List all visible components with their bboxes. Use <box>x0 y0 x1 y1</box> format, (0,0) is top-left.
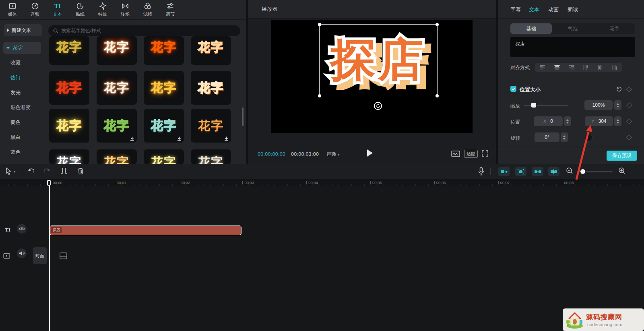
quality-dropdown[interactable]: 画质▾ <box>327 151 340 158</box>
text-content-input[interactable]: 探店 <box>510 37 635 57</box>
record-voiceover-icon[interactable] <box>478 167 484 177</box>
timeline-zoom-thumb[interactable] <box>580 169 585 174</box>
text-style-tile[interactable]: 花字 <box>144 149 184 164</box>
cover-button[interactable]: 封面 <box>33 247 47 264</box>
video-track-mute-toggle[interactable] <box>17 248 27 258</box>
align-left-icon[interactable] <box>536 63 549 72</box>
rotation-stepper[interactable] <box>561 132 568 142</box>
save-preset-button[interactable]: 保存预设 <box>607 151 637 161</box>
text-style-tile[interactable]: 花字 <box>191 71 231 105</box>
timeline-zoom-slider[interactable] <box>578 171 613 172</box>
text-style-tile[interactable]: 花字 <box>49 36 89 65</box>
keyframe-diamond-icon[interactable] <box>626 102 632 108</box>
play-button[interactable] <box>367 149 373 157</box>
align-right-icon[interactable] <box>565 63 578 72</box>
sidebar-item-lanse[interactable]: 蓝色 <box>0 146 45 158</box>
sidebar-item-shoucang[interactable]: 收藏 <box>0 57 45 69</box>
timeline-ruler[interactable]: 00:0000:0100:0200:0300:0400:0500:0600:07… <box>0 179 644 186</box>
text-style-tile[interactable]: 花字 <box>49 109 89 143</box>
preview-canvas[interactable]: 探店 探店 探店 <box>271 20 473 133</box>
align-vertical-top-icon[interactable] <box>579 63 592 72</box>
rotation-value-box[interactable]: 0° <box>535 132 559 142</box>
preview-axis-toggle[interactable] <box>548 167 559 176</box>
undo-icon[interactable] <box>27 167 35 176</box>
tab-reading[interactable]: 朗读 <box>568 6 578 13</box>
rotation-dial[interactable] <box>584 133 592 142</box>
tab-text[interactable]: TI 文本 <box>49 2 66 17</box>
redo-icon[interactable] <box>43 167 51 176</box>
scale-value-box[interactable]: 100% <box>584 100 613 110</box>
prev-keyframe-icon[interactable]: ‹ <box>624 87 625 91</box>
selection-handle-ne[interactable] <box>436 23 439 26</box>
tab-media[interactable]: 媒体 <box>4 2 21 17</box>
magnetic-snap-toggle[interactable] <box>498 167 510 176</box>
next-keyframe-icon[interactable]: › <box>633 87 634 91</box>
selection-handle-nw[interactable] <box>318 23 321 26</box>
sidebar-item-heibai[interactable]: 黑白 <box>0 131 45 143</box>
tab-effects[interactable]: 特效 <box>94 2 111 17</box>
scale-slider-thumb[interactable] <box>531 103 536 108</box>
select-tool-icon[interactable] <box>5 167 12 177</box>
tab-transition[interactable]: 转场 <box>117 2 134 17</box>
text-clip[interactable]: 探店 <box>50 225 242 235</box>
tab-adjust[interactable]: 调节 <box>162 2 179 17</box>
subtab-bubble[interactable]: 气泡 <box>552 23 593 34</box>
subtab-basic[interactable]: 基础 <box>510 23 552 34</box>
selection-handle-sw[interactable] <box>318 94 321 97</box>
sidebar-item-huangse[interactable]: 黄色 <box>0 116 45 128</box>
split-clip-icon[interactable]: ][ <box>60 168 68 174</box>
scale-slider[interactable] <box>524 105 568 106</box>
position-x-stepper[interactable] <box>564 116 571 126</box>
text-style-tile[interactable]: 花字 <box>97 109 137 143</box>
keyframe-diamond-icon[interactable] <box>626 134 632 140</box>
text-style-tile[interactable]: 花字 <box>191 109 231 143</box>
text-style-tile[interactable]: 花字 <box>97 71 137 105</box>
rotate-handle[interactable] <box>374 102 382 110</box>
zoom-in-icon[interactable] <box>618 167 625 176</box>
text-style-tile[interactable]: 花字 <box>97 149 137 164</box>
auto-snap-toggle[interactable] <box>515 167 526 176</box>
sidebar-item-remen[interactable]: 热门 <box>0 72 45 84</box>
tab-audio[interactable]: 音频 <box>27 2 43 17</box>
position-x-box[interactable]: X 0 <box>534 116 563 126</box>
align-vertical-bottom-icon[interactable] <box>608 63 621 72</box>
fullscreen-icon[interactable] <box>482 150 488 158</box>
playhead-handle[interactable] <box>47 180 51 186</box>
text-style-tile[interactable]: 花字 <box>191 36 231 65</box>
position-y-box[interactable]: Y 304 <box>585 116 613 126</box>
sidebar-item-caise-jianbian[interactable]: 彩色渐变 <box>0 101 45 114</box>
text-style-tile[interactable]: 花字 <box>144 109 184 143</box>
align-center-icon[interactable] <box>551 63 564 72</box>
text-track-visibility-toggle[interactable] <box>17 224 27 234</box>
tab-filter[interactable]: 滤镜 <box>139 2 156 17</box>
position-size-checkbox[interactable] <box>510 86 516 92</box>
zoom-out-icon[interactable] <box>566 167 573 176</box>
sidebar-item-faguang[interactable]: 发光 <box>0 87 45 99</box>
tab-subtitle[interactable]: 字幕 <box>510 6 521 13</box>
tab-text-settings[interactable]: 文本 <box>529 6 539 13</box>
grid-scrollbar[interactable] <box>242 108 244 126</box>
search-input[interactable]: 搜索花字颜色/样式 <box>48 25 240 36</box>
text-style-tile[interactable]: 花字 <box>144 71 184 105</box>
delete-icon[interactable] <box>77 167 84 176</box>
select-tool-chevron-icon[interactable]: ▾ <box>14 170 16 174</box>
align-vertical-center-icon[interactable] <box>594 63 607 72</box>
subtab-huazi[interactable]: 花字 <box>594 23 635 34</box>
text-style-tile[interactable]: 花字 <box>144 36 184 65</box>
text-style-tile[interactable]: 花字 <box>191 149 231 164</box>
keyframe-diamond-icon[interactable] <box>626 118 632 124</box>
linkage-toggle[interactable] <box>532 167 543 176</box>
text-style-tile[interactable]: 花字 <box>49 149 89 164</box>
waveform-toggle-icon[interactable] <box>451 151 460 159</box>
text-style-tile[interactable]: 花字 <box>97 36 137 65</box>
tab-sticker[interactable]: 贴纸 <box>72 2 89 17</box>
selection-box[interactable] <box>319 24 438 96</box>
text-style-tile[interactable]: 花字 <box>49 71 89 105</box>
filmstrip-icon[interactable] <box>60 252 67 261</box>
sidebar-item-huazi[interactable]: 花字 <box>3 42 41 54</box>
fit-button[interactable]: 适应 <box>464 150 478 158</box>
new-text-button[interactable]: 新建文本 <box>4 24 42 36</box>
tab-animation[interactable]: 动画 <box>548 6 559 13</box>
keyframe-diamond-icon[interactable] <box>626 87 632 92</box>
selection-handle-se[interactable] <box>436 94 439 97</box>
